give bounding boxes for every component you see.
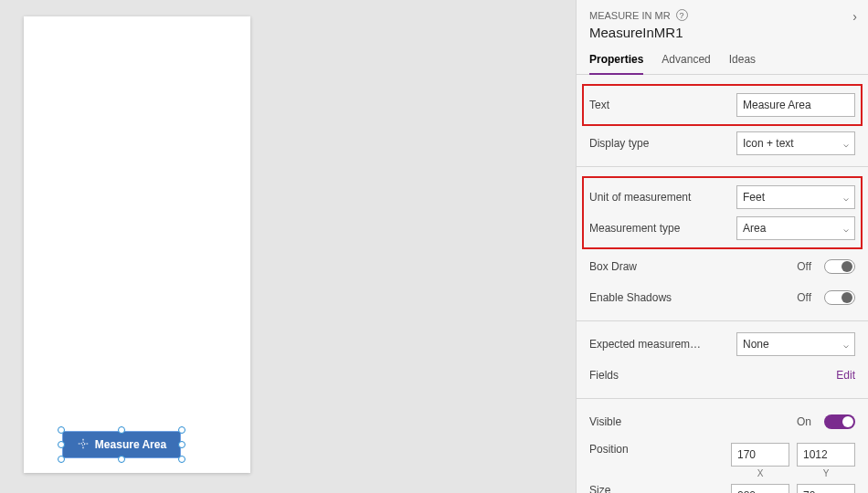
expected-label: Expected measurem… [589, 338, 729, 351]
measure-icon [77, 437, 90, 453]
fields-label: Fields [589, 369, 829, 382]
position-x-input[interactable] [731, 443, 789, 467]
size-width-input[interactable] [731, 484, 789, 493]
resize-handle[interactable] [118, 426, 125, 434]
instance-name: MeasureInMR1 [577, 21, 868, 47]
measure-area-label: Measure Area [95, 438, 166, 451]
chevron-down-icon: ⌵ [843, 340, 849, 350]
tab-ideas[interactable]: Ideas [729, 47, 756, 74]
size-height-input[interactable] [797, 484, 855, 493]
shadows-state: Off [797, 291, 811, 304]
display-type-label: Display type [589, 137, 729, 150]
shadows-toggle[interactable] [824, 290, 855, 305]
text-input[interactable] [736, 93, 855, 117]
position-y-input[interactable] [797, 443, 855, 467]
svg-point-0 [81, 442, 85, 446]
highlight-box: Unit of measurement Feet ⌵ Measurement t… [582, 176, 863, 249]
position-label: Position [589, 443, 724, 456]
measure-area-button[interactable]: Measure Area [62, 431, 181, 458]
shadows-label: Enable Shadows [589, 291, 789, 304]
visible-toggle[interactable] [824, 414, 855, 429]
position-y-sublabel: Y [797, 467, 855, 478]
boxdraw-label: Box Draw [589, 260, 789, 273]
expected-value: None [743, 338, 769, 351]
visible-state: On [797, 415, 811, 428]
resize-handle[interactable] [178, 456, 185, 463]
canvas-area[interactable]: Measure Area [0, 0, 576, 493]
chevron-down-icon: ⌵ [843, 139, 849, 149]
tab-advanced[interactable]: Advanced [662, 47, 710, 74]
resize-handle[interactable] [58, 426, 65, 434]
display-type-select[interactable]: Icon + text ⌵ [736, 131, 855, 155]
selected-control[interactable]: Measure Area [62, 431, 181, 458]
chevron-down-icon: ⌵ [843, 224, 849, 234]
artboard[interactable]: Measure Area [24, 16, 250, 473]
tab-properties[interactable]: Properties [589, 47, 643, 75]
resize-handle[interactable] [118, 456, 125, 463]
expected-select[interactable]: None ⌵ [736, 332, 855, 356]
boxdraw-state: Off [797, 260, 811, 273]
position-x-sublabel: X [731, 467, 789, 478]
unit-select[interactable]: Feet ⌵ [736, 185, 855, 209]
resize-handle[interactable] [178, 426, 185, 434]
resize-handle[interactable] [58, 456, 65, 463]
visible-label: Visible [589, 415, 789, 428]
control-type-label: MEASURE IN MR [589, 10, 671, 21]
chevron-right-icon[interactable]: › [852, 9, 857, 24]
mtype-label: Measurement type [589, 222, 729, 235]
boxdraw-toggle[interactable] [824, 259, 855, 274]
fields-edit-link[interactable]: Edit [836, 369, 855, 382]
text-label: Text [589, 99, 729, 111]
display-type-value: Icon + text [743, 137, 794, 150]
panel-header: MEASURE IN MR ? › [577, 0, 868, 21]
mtype-value: Area [743, 222, 766, 235]
properties-panel: MEASURE IN MR ? › MeasureInMR1 Propertie… [576, 0, 868, 493]
help-icon[interactable]: ? [676, 9, 688, 21]
highlight-box: Text [582, 84, 863, 126]
size-label: Size [589, 484, 724, 493]
chevron-down-icon: ⌵ [843, 193, 849, 203]
mtype-select[interactable]: Area ⌵ [736, 216, 855, 240]
unit-label: Unit of measurement [589, 191, 729, 204]
resize-handle[interactable] [178, 441, 185, 448]
resize-handle[interactable] [58, 441, 65, 448]
tabs: Properties Advanced Ideas [577, 47, 868, 75]
unit-value: Feet [743, 191, 765, 204]
